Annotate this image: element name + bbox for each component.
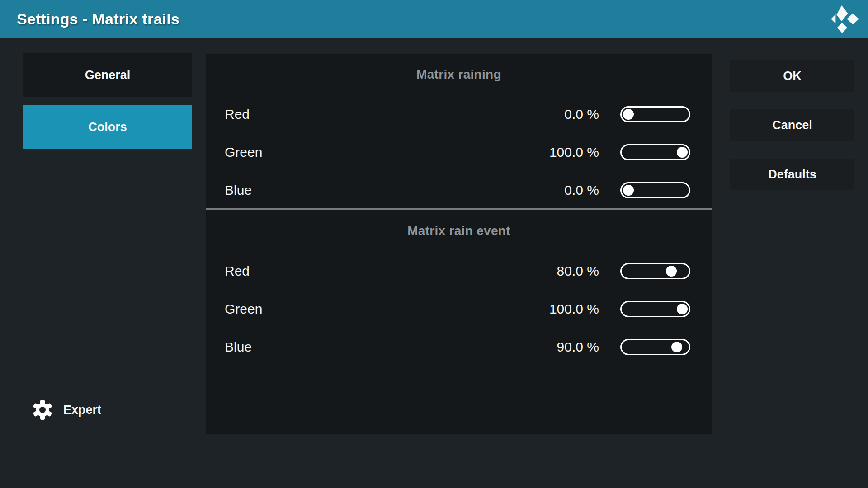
setting-value: 100.0 % xyxy=(549,301,599,317)
setting-label: Red xyxy=(225,107,564,122)
slider-raining-blue[interactable] xyxy=(620,182,690,198)
slider-knob[interactable] xyxy=(666,266,677,277)
setting-value: 80.0 % xyxy=(557,263,599,279)
defaults-button[interactable]: Defaults xyxy=(730,159,854,190)
cancel-button[interactable]: Cancel xyxy=(730,109,854,141)
setting-row-raining-green[interactable]: Green 100.0 % xyxy=(206,133,712,171)
group-title-matrix-rain-event: Matrix rain event xyxy=(206,221,712,240)
setting-label: Blue xyxy=(225,183,564,198)
setting-label: Red xyxy=(225,263,557,279)
setting-label: Blue xyxy=(225,339,557,355)
setting-value: 90.0 % xyxy=(557,339,599,355)
action-buttons: OK Cancel Defaults xyxy=(730,60,854,208)
slider-raining-green[interactable] xyxy=(620,144,690,160)
tab-colors[interactable]: Colors xyxy=(23,105,192,149)
setting-label: Green xyxy=(225,145,549,160)
setting-row-event-green[interactable]: Green 100.0 % xyxy=(206,290,712,328)
ok-button-label: OK xyxy=(783,69,802,83)
gear-icon xyxy=(32,399,53,421)
setting-row-event-red[interactable]: Red 80.0 % xyxy=(206,252,712,290)
slider-raining-red[interactable] xyxy=(620,106,690,122)
slider-event-red[interactable] xyxy=(620,263,690,279)
kodi-logo-icon xyxy=(830,5,860,34)
slider-knob[interactable] xyxy=(677,304,688,314)
cancel-button-label: Cancel xyxy=(772,118,812,132)
tab-general-label: General xyxy=(85,68,131,82)
slider-knob[interactable] xyxy=(677,147,688,158)
page-title: Settings - Matrix trails xyxy=(17,10,179,28)
ok-button[interactable]: OK xyxy=(730,60,854,92)
tab-colors-label: Colors xyxy=(88,120,127,134)
group-title-matrix-raining: Matrix raining xyxy=(206,65,712,84)
sidebar: General Colors xyxy=(23,53,192,157)
setting-value: 0.0 % xyxy=(564,107,599,122)
level-label: Expert xyxy=(63,403,101,417)
slider-knob[interactable] xyxy=(623,109,634,120)
slider-event-green[interactable] xyxy=(620,301,690,317)
slider-event-blue[interactable] xyxy=(620,339,690,355)
slider-knob[interactable] xyxy=(671,342,682,352)
setting-value: 100.0 % xyxy=(549,145,599,160)
setting-row-event-blue[interactable]: Blue 90.0 % xyxy=(206,328,712,366)
settings-level-button[interactable]: Expert xyxy=(32,399,101,421)
defaults-button-label: Defaults xyxy=(768,168,816,182)
settings-panel: Matrix raining Red 0.0 % Green 100.0 % B… xyxy=(206,54,712,434)
window-titlebar: Settings - Matrix trails xyxy=(0,0,868,38)
setting-row-raining-red[interactable]: Red 0.0 % xyxy=(206,95,712,133)
group-divider xyxy=(206,208,712,210)
setting-label: Green xyxy=(225,301,549,317)
slider-knob[interactable] xyxy=(623,185,634,196)
setting-value: 0.0 % xyxy=(564,183,599,198)
setting-row-raining-blue[interactable]: Blue 0.0 % xyxy=(206,171,712,209)
tab-general[interactable]: General xyxy=(23,53,192,97)
